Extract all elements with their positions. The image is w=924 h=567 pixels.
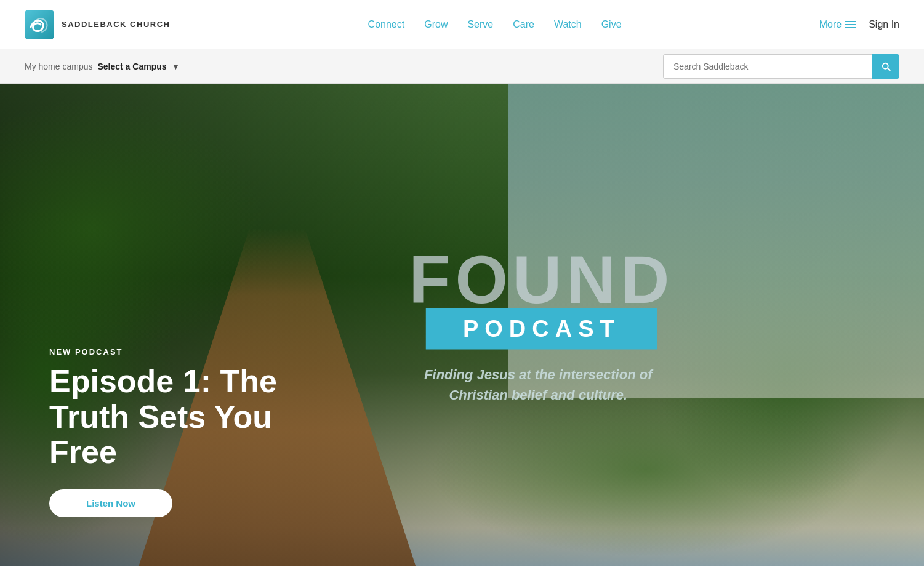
- hamburger-icon: [845, 21, 856, 28]
- more-label: More: [819, 19, 842, 30]
- sign-in-link[interactable]: Sign In: [869, 19, 899, 30]
- logo-text: SADDLEBACK CHURCH: [62, 20, 170, 29]
- chevron-down-icon: ▼: [172, 62, 180, 71]
- listen-now-button[interactable]: Listen Now: [49, 489, 172, 517]
- logo-link[interactable]: SADDLEBACK CHURCH: [25, 10, 170, 39]
- hero-badge: NEW PODCAST: [49, 347, 875, 356]
- search-icon: [880, 61, 891, 72]
- campus-select-text: Select a Campus: [97, 62, 166, 71]
- search-input[interactable]: [663, 54, 872, 79]
- logo-icon: [25, 10, 54, 39]
- main-nav: Connect Grow Serve Care Watch Give: [368, 19, 622, 30]
- nav-serve[interactable]: Serve: [467, 19, 493, 30]
- search-area: [663, 54, 899, 79]
- hero-title: Episode 1: The Truth Sets You Free: [49, 364, 308, 470]
- search-button[interactable]: [872, 54, 899, 79]
- nav-grow[interactable]: Grow: [424, 19, 448, 30]
- header-right: More Sign In: [819, 19, 899, 30]
- nav-give[interactable]: Give: [601, 19, 622, 30]
- site-header: SADDLEBACK CHURCH Connect Grow Serve Car…: [0, 0, 924, 49]
- campus-label: My home campus: [25, 62, 92, 71]
- campus-bar: My home campus Select a Campus ▼: [0, 49, 924, 84]
- nav-connect[interactable]: Connect: [368, 19, 405, 30]
- nav-watch[interactable]: Watch: [554, 19, 582, 30]
- campus-selector[interactable]: My home campus Select a Campus ▼: [25, 62, 180, 71]
- nav-care[interactable]: Care: [513, 19, 534, 30]
- hero-section: FOUND PODCAST Finding Jesus at the inter…: [0, 84, 924, 566]
- more-menu[interactable]: More: [819, 19, 856, 30]
- hero-content: NEW PODCAST Episode 1: The Truth Sets Yo…: [0, 84, 924, 566]
